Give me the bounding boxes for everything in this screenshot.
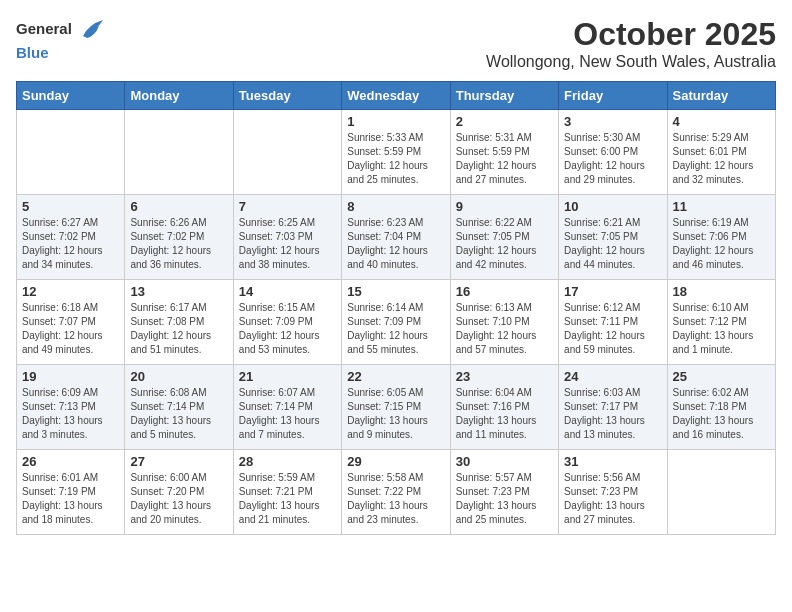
day-number: 20 [130, 369, 227, 384]
calendar-day-cell: 28Sunrise: 5:59 AM Sunset: 7:21 PM Dayli… [233, 450, 341, 535]
day-info: Sunrise: 6:23 AM Sunset: 7:04 PM Dayligh… [347, 216, 444, 272]
day-number: 27 [130, 454, 227, 469]
day-info: Sunrise: 6:18 AM Sunset: 7:07 PM Dayligh… [22, 301, 119, 357]
day-number: 3 [564, 114, 661, 129]
calendar-week-row: 1Sunrise: 5:33 AM Sunset: 5:59 PM Daylig… [17, 110, 776, 195]
day-of-week-header: Friday [559, 82, 667, 110]
day-number: 21 [239, 369, 336, 384]
logo-general: General [16, 20, 72, 37]
calendar-day-cell: 7Sunrise: 6:25 AM Sunset: 7:03 PM Daylig… [233, 195, 341, 280]
day-number: 14 [239, 284, 336, 299]
day-number: 30 [456, 454, 553, 469]
calendar-table: SundayMondayTuesdayWednesdayThursdayFrid… [16, 81, 776, 535]
calendar-day-cell: 5Sunrise: 6:27 AM Sunset: 7:02 PM Daylig… [17, 195, 125, 280]
logo-bird-icon [79, 16, 107, 44]
day-number: 19 [22, 369, 119, 384]
day-info: Sunrise: 6:07 AM Sunset: 7:14 PM Dayligh… [239, 386, 336, 442]
day-of-week-header: Saturday [667, 82, 775, 110]
calendar-week-row: 26Sunrise: 6:01 AM Sunset: 7:19 PM Dayli… [17, 450, 776, 535]
day-info: Sunrise: 5:58 AM Sunset: 7:22 PM Dayligh… [347, 471, 444, 527]
day-info: Sunrise: 6:15 AM Sunset: 7:09 PM Dayligh… [239, 301, 336, 357]
day-info: Sunrise: 6:12 AM Sunset: 7:11 PM Dayligh… [564, 301, 661, 357]
calendar-day-cell [17, 110, 125, 195]
day-number: 6 [130, 199, 227, 214]
calendar-day-cell: 17Sunrise: 6:12 AM Sunset: 7:11 PM Dayli… [559, 280, 667, 365]
day-info: Sunrise: 5:29 AM Sunset: 6:01 PM Dayligh… [673, 131, 770, 187]
day-number: 31 [564, 454, 661, 469]
calendar-day-cell: 18Sunrise: 6:10 AM Sunset: 7:12 PM Dayli… [667, 280, 775, 365]
calendar-day-cell: 11Sunrise: 6:19 AM Sunset: 7:06 PM Dayli… [667, 195, 775, 280]
calendar-day-cell: 6Sunrise: 6:26 AM Sunset: 7:02 PM Daylig… [125, 195, 233, 280]
location-title: Wollongong, New South Wales, Australia [486, 53, 776, 71]
day-number: 17 [564, 284, 661, 299]
day-info: Sunrise: 5:57 AM Sunset: 7:23 PM Dayligh… [456, 471, 553, 527]
day-info: Sunrise: 6:13 AM Sunset: 7:10 PM Dayligh… [456, 301, 553, 357]
logo: General Blue [16, 16, 107, 62]
calendar-day-cell: 4Sunrise: 5:29 AM Sunset: 6:01 PM Daylig… [667, 110, 775, 195]
logo-line2: Blue [16, 44, 107, 62]
day-info: Sunrise: 6:05 AM Sunset: 7:15 PM Dayligh… [347, 386, 444, 442]
day-of-week-header: Tuesday [233, 82, 341, 110]
calendar-day-cell: 2Sunrise: 5:31 AM Sunset: 5:59 PM Daylig… [450, 110, 558, 195]
logo-line1: General [16, 16, 107, 44]
day-number: 22 [347, 369, 444, 384]
calendar-day-cell: 12Sunrise: 6:18 AM Sunset: 7:07 PM Dayli… [17, 280, 125, 365]
day-info: Sunrise: 6:14 AM Sunset: 7:09 PM Dayligh… [347, 301, 444, 357]
day-info: Sunrise: 6:22 AM Sunset: 7:05 PM Dayligh… [456, 216, 553, 272]
day-number: 24 [564, 369, 661, 384]
calendar-day-cell: 8Sunrise: 6:23 AM Sunset: 7:04 PM Daylig… [342, 195, 450, 280]
day-number: 12 [22, 284, 119, 299]
calendar-week-row: 19Sunrise: 6:09 AM Sunset: 7:13 PM Dayli… [17, 365, 776, 450]
calendar-week-row: 12Sunrise: 6:18 AM Sunset: 7:07 PM Dayli… [17, 280, 776, 365]
day-number: 9 [456, 199, 553, 214]
day-number: 15 [347, 284, 444, 299]
day-of-week-header: Wednesday [342, 82, 450, 110]
calendar-week-row: 5Sunrise: 6:27 AM Sunset: 7:02 PM Daylig… [17, 195, 776, 280]
day-info: Sunrise: 5:59 AM Sunset: 7:21 PM Dayligh… [239, 471, 336, 527]
day-info: Sunrise: 6:09 AM Sunset: 7:13 PM Dayligh… [22, 386, 119, 442]
day-info: Sunrise: 6:10 AM Sunset: 7:12 PM Dayligh… [673, 301, 770, 357]
day-info: Sunrise: 5:30 AM Sunset: 6:00 PM Dayligh… [564, 131, 661, 187]
day-number: 16 [456, 284, 553, 299]
calendar-day-cell [667, 450, 775, 535]
calendar-day-cell: 15Sunrise: 6:14 AM Sunset: 7:09 PM Dayli… [342, 280, 450, 365]
day-number: 11 [673, 199, 770, 214]
day-number: 4 [673, 114, 770, 129]
calendar-day-cell: 30Sunrise: 5:57 AM Sunset: 7:23 PM Dayli… [450, 450, 558, 535]
day-info: Sunrise: 6:19 AM Sunset: 7:06 PM Dayligh… [673, 216, 770, 272]
day-info: Sunrise: 6:21 AM Sunset: 7:05 PM Dayligh… [564, 216, 661, 272]
day-info: Sunrise: 6:25 AM Sunset: 7:03 PM Dayligh… [239, 216, 336, 272]
day-number: 28 [239, 454, 336, 469]
day-number: 2 [456, 114, 553, 129]
day-info: Sunrise: 5:33 AM Sunset: 5:59 PM Dayligh… [347, 131, 444, 187]
day-info: Sunrise: 6:26 AM Sunset: 7:02 PM Dayligh… [130, 216, 227, 272]
day-number: 7 [239, 199, 336, 214]
day-info: Sunrise: 6:27 AM Sunset: 7:02 PM Dayligh… [22, 216, 119, 272]
calendar-day-cell: 21Sunrise: 6:07 AM Sunset: 7:14 PM Dayli… [233, 365, 341, 450]
calendar-day-cell: 1Sunrise: 5:33 AM Sunset: 5:59 PM Daylig… [342, 110, 450, 195]
calendar-day-cell: 22Sunrise: 6:05 AM Sunset: 7:15 PM Dayli… [342, 365, 450, 450]
page-header: General Blue October 2025 Wollongong, Ne… [16, 16, 776, 71]
calendar-day-cell: 29Sunrise: 5:58 AM Sunset: 7:22 PM Dayli… [342, 450, 450, 535]
calendar-day-cell [125, 110, 233, 195]
month-title: October 2025 [486, 16, 776, 53]
day-number: 25 [673, 369, 770, 384]
day-number: 29 [347, 454, 444, 469]
day-of-week-header: Sunday [17, 82, 125, 110]
calendar-day-cell: 19Sunrise: 6:09 AM Sunset: 7:13 PM Dayli… [17, 365, 125, 450]
calendar-day-cell: 27Sunrise: 6:00 AM Sunset: 7:20 PM Dayli… [125, 450, 233, 535]
calendar-day-cell: 20Sunrise: 6:08 AM Sunset: 7:14 PM Dayli… [125, 365, 233, 450]
day-number: 10 [564, 199, 661, 214]
day-info: Sunrise: 6:03 AM Sunset: 7:17 PM Dayligh… [564, 386, 661, 442]
calendar-day-cell: 26Sunrise: 6:01 AM Sunset: 7:19 PM Dayli… [17, 450, 125, 535]
title-block: October 2025 Wollongong, New South Wales… [486, 16, 776, 71]
calendar-day-cell: 3Sunrise: 5:30 AM Sunset: 6:00 PM Daylig… [559, 110, 667, 195]
calendar-day-cell: 23Sunrise: 6:04 AM Sunset: 7:16 PM Dayli… [450, 365, 558, 450]
calendar-day-cell: 9Sunrise: 6:22 AM Sunset: 7:05 PM Daylig… [450, 195, 558, 280]
calendar-day-cell: 24Sunrise: 6:03 AM Sunset: 7:17 PM Dayli… [559, 365, 667, 450]
day-info: Sunrise: 5:31 AM Sunset: 5:59 PM Dayligh… [456, 131, 553, 187]
day-of-week-header: Monday [125, 82, 233, 110]
day-info: Sunrise: 6:04 AM Sunset: 7:16 PM Dayligh… [456, 386, 553, 442]
day-info: Sunrise: 6:02 AM Sunset: 7:18 PM Dayligh… [673, 386, 770, 442]
calendar-day-cell [233, 110, 341, 195]
